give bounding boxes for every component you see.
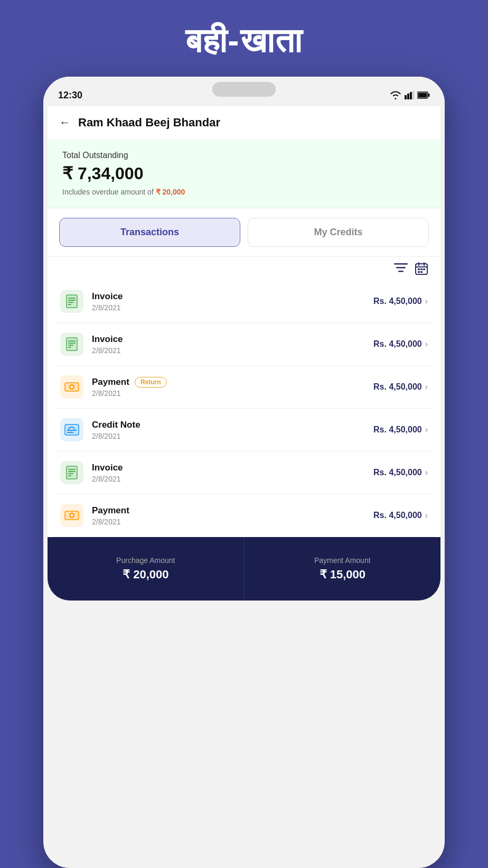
filter-row <box>48 257 440 280</box>
svg-point-34 <box>71 386 73 389</box>
svg-point-48 <box>71 514 73 517</box>
svg-rect-37 <box>67 430 77 431</box>
transaction-amount: Rs. 4,50,000› <box>373 425 428 435</box>
chevron-right-icon: › <box>425 511 428 520</box>
transaction-item[interactable]: Invoice2/8/2021Rs. 4,50,000› <box>53 280 435 323</box>
invoice-icon <box>60 333 83 356</box>
chevron-right-icon: › <box>425 468 428 477</box>
transaction-name: Invoice <box>92 334 373 345</box>
wifi-icon <box>390 91 401 99</box>
amount-value: Rs. 4,50,000 <box>373 339 422 349</box>
tabs-section: Transactions My Credits <box>48 208 440 257</box>
transaction-info: Invoice2/8/2021 <box>92 463 373 483</box>
battery-icon <box>417 91 430 99</box>
transaction-date: 2/8/2021 <box>92 346 373 355</box>
svg-rect-17 <box>418 271 420 273</box>
svg-rect-29 <box>68 345 73 346</box>
svg-rect-23 <box>68 302 73 303</box>
svg-rect-5 <box>428 94 430 97</box>
svg-rect-41 <box>68 469 76 470</box>
amount-value: Rs. 4,50,000 <box>373 382 422 392</box>
svg-rect-19 <box>67 295 77 308</box>
app-title: बही-खाता <box>185 21 302 61</box>
svg-rect-25 <box>67 338 77 350</box>
transaction-amount: Rs. 4,50,000› <box>373 382 428 392</box>
chevron-right-icon: › <box>425 339 428 349</box>
amount-value: Rs. 4,50,000 <box>373 468 422 477</box>
overdue-prefix: Includes overdue amount of <box>62 188 156 196</box>
purchase-amount: ₹ 20,000 <box>123 568 168 581</box>
transaction-item[interactable]: PaymentReturn2/8/2021Rs. 4,50,000› <box>53 366 435 409</box>
payment-section: Payment Amount ₹ 15,000 <box>245 537 441 601</box>
back-button[interactable]: ← <box>59 116 71 130</box>
transaction-name: PaymentReturn <box>92 377 373 387</box>
svg-rect-8 <box>396 267 406 269</box>
svg-rect-43 <box>68 473 73 474</box>
page-title: Ram Khaad Beej Bhandar <box>78 116 220 130</box>
notch <box>212 82 276 97</box>
svg-rect-3 <box>412 91 414 99</box>
transaction-amount: Rs. 4,50,000› <box>373 511 428 520</box>
svg-rect-39 <box>67 466 77 479</box>
transaction-info: Invoice2/8/2021 <box>92 334 373 355</box>
svg-rect-7 <box>394 263 408 265</box>
chevron-right-icon: › <box>425 382 428 392</box>
transaction-name: Invoice <box>92 463 373 473</box>
svg-rect-18 <box>420 271 423 273</box>
svg-rect-14 <box>418 269 420 270</box>
payment-icon <box>60 375 83 399</box>
chevron-right-icon: › <box>425 297 428 306</box>
svg-rect-30 <box>68 347 71 348</box>
outstanding-section: Total Outstanding ₹ 7,34,000 Includes ov… <box>48 139 440 208</box>
transaction-item[interactable]: Credit Note2/8/2021Rs. 4,50,000› <box>53 409 435 451</box>
svg-rect-24 <box>68 304 71 305</box>
svg-rect-2 <box>410 92 412 99</box>
filter-icon[interactable] <box>394 262 408 275</box>
transaction-name: Payment <box>92 505 373 516</box>
invoice-icon <box>60 461 83 484</box>
transaction-amount: Rs. 4,50,000› <box>373 339 428 349</box>
return-badge: Return <box>135 377 167 387</box>
transaction-date: 2/8/2021 <box>92 389 373 398</box>
chevron-right-icon: › <box>425 425 428 435</box>
svg-rect-1 <box>407 94 409 99</box>
svg-rect-15 <box>420 269 423 270</box>
svg-rect-21 <box>68 298 76 299</box>
transaction-date: 2/8/2021 <box>92 303 373 312</box>
svg-rect-6 <box>418 93 427 98</box>
transaction-amount: Rs. 4,50,000› <box>373 468 428 477</box>
transaction-info: PaymentReturn2/8/2021 <box>92 377 373 398</box>
overdue-amount: ₹ 20,000 <box>156 188 185 196</box>
transaction-list: Invoice2/8/2021Rs. 4,50,000› Invoice2/8/… <box>48 280 440 537</box>
payment-label: Payment Amount <box>314 556 371 565</box>
header-bar: ← Ram Khaad Beej Bhandar <box>48 106 440 139</box>
purchase-section: Purchage Amount ₹ 20,000 <box>48 537 245 601</box>
tab-my-credits[interactable]: My Credits <box>248 218 429 247</box>
amount-value: Rs. 4,50,000 <box>373 425 422 435</box>
transaction-date: 2/8/2021 <box>92 432 373 440</box>
tab-transactions[interactable]: Transactions <box>59 218 240 247</box>
amount-value: Rs. 4,50,000 <box>373 511 422 520</box>
transaction-info: Payment2/8/2021 <box>92 505 373 526</box>
svg-rect-44 <box>68 475 71 476</box>
outstanding-label: Total Outstanding <box>62 151 426 160</box>
svg-rect-42 <box>68 471 76 472</box>
transaction-item[interactable]: Payment2/8/2021Rs. 4,50,000› <box>53 494 435 537</box>
transaction-item[interactable]: Invoice2/8/2021Rs. 4,50,000› <box>53 451 435 494</box>
bottom-bar: Purchage Amount ₹ 20,000 Payment Amount … <box>48 537 440 601</box>
status-bar: 12:30 <box>43 77 445 106</box>
payment-icon <box>60 504 83 527</box>
transaction-amount: Rs. 4,50,000› <box>373 297 428 306</box>
phone-frame: 12:30 <box>43 77 445 868</box>
svg-rect-27 <box>68 340 76 341</box>
calendar-icon[interactable] <box>415 262 428 275</box>
signal-icon <box>405 91 414 99</box>
svg-rect-16 <box>423 269 425 270</box>
phone-content: ← Ram Khaad Beej Bhandar Total Outstandi… <box>48 106 440 601</box>
transaction-info: Invoice2/8/2021 <box>92 291 373 312</box>
svg-rect-22 <box>68 300 76 301</box>
transaction-item[interactable]: Invoice2/8/2021Rs. 4,50,000› <box>53 323 435 366</box>
svg-rect-38 <box>67 432 73 433</box>
transaction-date: 2/8/2021 <box>92 475 373 483</box>
payment-amount: ₹ 15,000 <box>320 568 365 581</box>
